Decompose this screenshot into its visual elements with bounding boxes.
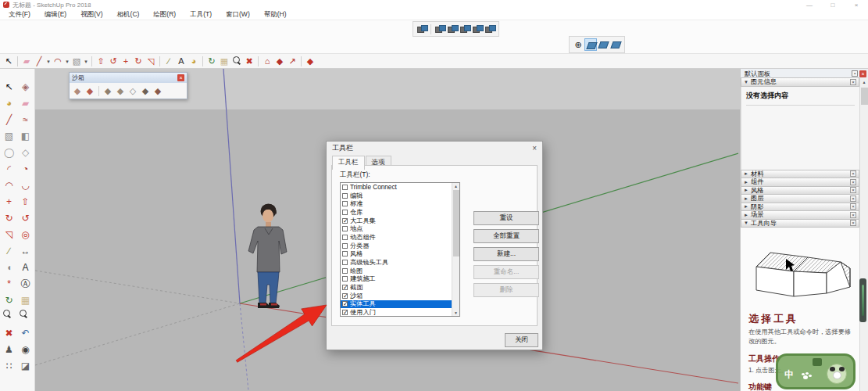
follow-me-icon[interactable]: ↺ xyxy=(107,55,120,67)
tape-measure-icon[interactable]: ∕ xyxy=(1,242,17,259)
arc-dropdown[interactable]: ▾ xyxy=(64,55,70,67)
menu-item-6[interactable]: 窗口(W) xyxy=(219,10,257,20)
previous-view-icon[interactable]: ↶ xyxy=(17,325,34,341)
outer-shell-icon[interactable] xyxy=(416,23,428,35)
checkbox[interactable] xyxy=(342,260,348,265)
toolbar-list-item[interactable]: 实体工具 xyxy=(341,300,459,309)
make-component-icon[interactable]: ◈ xyxy=(17,78,34,95)
tab-toolbars[interactable]: 工具栏 xyxy=(332,156,365,170)
follow-me-icon[interactable]: ↺ xyxy=(17,210,34,226)
list-scrollbar[interactable]: ▲ ▼ xyxy=(452,183,459,316)
rectangle-dropdown[interactable]: ▾ xyxy=(83,55,89,67)
toolbar-list-item[interactable]: 截面 xyxy=(341,283,459,292)
scroll-up-icon[interactable]: ▴ xyxy=(860,79,868,84)
tape-measure-icon[interactable]: ∕ xyxy=(163,55,175,67)
checkbox[interactable] xyxy=(342,268,348,274)
rotate-icon[interactable]: ↻ xyxy=(132,55,145,67)
tray-section-close-icon[interactable]: × xyxy=(850,212,856,218)
checkbox[interactable] xyxy=(342,185,348,190)
flip-edge-icon[interactable]: ◆ xyxy=(152,84,164,97)
axes-icon[interactable]: * xyxy=(1,275,17,292)
menu-item-5[interactable]: 工具(T) xyxy=(183,10,219,20)
push-pull-icon[interactable]: ⇧ xyxy=(17,193,34,210)
tray-section-close-icon[interactable]: × xyxy=(850,203,856,210)
smoove-icon[interactable]: ◆ xyxy=(102,84,114,97)
union-icon[interactable] xyxy=(446,23,459,35)
minimize-button[interactable]: — xyxy=(798,2,821,9)
walk-icon[interactable]: ∷ xyxy=(1,357,17,374)
menu-item-1[interactable]: 编辑(E) xyxy=(38,10,73,20)
move-icon[interactable]: + xyxy=(1,193,17,210)
subtract-icon[interactable] xyxy=(459,23,471,35)
freehand-icon[interactable]: ≈ xyxy=(17,111,34,127)
paw-icon[interactable] xyxy=(802,372,809,380)
menu-item-0[interactable]: 文件(F) xyxy=(2,10,38,20)
checkbox[interactable] xyxy=(342,276,348,282)
dialog-close-icon[interactable]: × xyxy=(532,144,537,152)
toolbar-list-item[interactable]: 使用入门 xyxy=(341,308,459,317)
menu-item-3[interactable]: 相机(C) xyxy=(110,10,147,20)
pan-icon[interactable]: ▦ xyxy=(17,292,34,308)
display-section-cuts-icon[interactable] xyxy=(597,38,609,51)
zoom-icon[interactable] xyxy=(230,55,243,67)
3d-text-icon[interactable]: Ⓐ xyxy=(17,275,34,292)
text-icon[interactable]: A xyxy=(175,55,188,67)
pie-icon[interactable]: ◔ xyxy=(17,160,34,177)
drape-icon[interactable]: ◇ xyxy=(127,84,139,97)
display-section-fill-icon[interactable] xyxy=(609,38,622,51)
instructor-close-icon[interactable]: × xyxy=(850,220,856,226)
circle-icon[interactable]: ◯ xyxy=(1,144,17,160)
panel-scrollbar-thumb[interactable] xyxy=(861,88,868,105)
new-button[interactable]: 新建... xyxy=(473,247,539,261)
checkbox[interactable] xyxy=(342,210,348,215)
scroll-up-icon[interactable]: ▲ xyxy=(452,184,459,188)
toolbar-list-item[interactable]: 建筑施工 xyxy=(341,275,459,284)
checkbox[interactable] xyxy=(342,226,348,231)
line-icon[interactable]: ╱ xyxy=(33,55,45,67)
text-icon[interactable]: A xyxy=(17,259,34,275)
checkbox[interactable] xyxy=(342,218,348,224)
checkbox[interactable] xyxy=(342,251,348,256)
two-point-arc-icon[interactable]: ◠ xyxy=(1,177,17,193)
display-section-planes-icon[interactable] xyxy=(584,38,597,51)
rotate-icon[interactable]: ↻ xyxy=(1,210,17,226)
tray-section-close-icon[interactable]: × xyxy=(850,179,856,185)
extension-warehouse-icon[interactable]: ◆ xyxy=(273,55,286,67)
instructor-header[interactable]: ▼ 工具向导 × xyxy=(741,219,859,228)
close-dialog-button[interactable]: 关闭 xyxy=(505,333,538,347)
protractor-icon[interactable]: ◖ xyxy=(1,259,17,275)
three-point-arc-icon[interactable]: ◡ xyxy=(17,177,34,193)
menu-item-2[interactable]: 视图(V) xyxy=(73,10,109,20)
orbit-icon[interactable]: ↻ xyxy=(1,292,17,308)
polygon-icon[interactable]: ◇ xyxy=(17,144,34,160)
look-around-icon[interactable]: ◉ xyxy=(17,341,34,357)
close-button[interactable]: × xyxy=(845,2,868,9)
eraser-icon[interactable]: ▰ xyxy=(17,95,34,111)
toolbar-list-item[interactable]: 标准 xyxy=(341,199,459,208)
intersect-icon[interactable] xyxy=(434,23,446,35)
trim-icon[interactable] xyxy=(471,23,484,35)
split-icon[interactable] xyxy=(484,23,496,35)
toolbar-list-item[interactable]: 沙箱 xyxy=(341,292,459,300)
toolbar-list-item[interactable]: 仓库 xyxy=(341,208,459,217)
checkbox[interactable] xyxy=(342,201,348,206)
checkbox[interactable] xyxy=(342,235,348,240)
input-method-widget[interactable]: 中 xyxy=(776,353,855,389)
restore-button[interactable]: □ xyxy=(821,2,845,9)
pin-icon[interactable]: ▪ xyxy=(852,70,858,77)
ime-mode-indicator[interactable]: 中 xyxy=(784,368,794,382)
checkbox[interactable] xyxy=(342,193,348,199)
zoom-extents-icon[interactable]: ✖ xyxy=(1,325,17,341)
rectangle-icon[interactable]: ▧ xyxy=(1,127,17,144)
toolbar-list-item[interactable]: 编辑 xyxy=(341,192,459,200)
select-icon[interactable]: ↖ xyxy=(1,78,17,95)
arc-icon[interactable]: ◠ xyxy=(52,55,64,67)
menu-item-4[interactable]: 绘图(R) xyxy=(146,10,183,20)
rectangle-icon[interactable]: ▧ xyxy=(70,55,83,67)
stamp-icon[interactable]: ◆ xyxy=(114,84,127,97)
toolbar-list-item[interactable]: 大工具集 xyxy=(341,217,459,225)
scale-icon[interactable]: ◹ xyxy=(145,55,157,67)
toolbar-list-item[interactable]: 高级镜头工具 xyxy=(341,258,459,267)
menu-item-7[interactable]: 帮助(H) xyxy=(257,10,294,20)
pan-icon[interactable]: ▦ xyxy=(218,55,230,67)
